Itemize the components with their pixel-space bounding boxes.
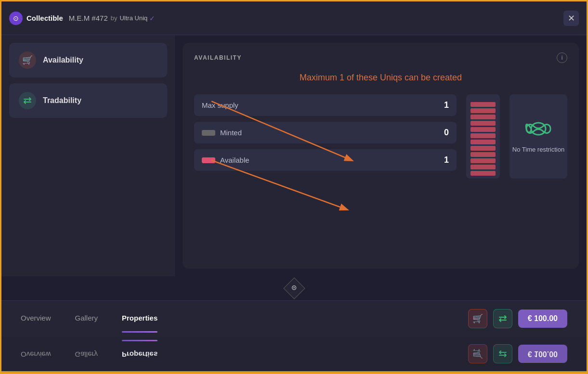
bar-12 xyxy=(470,171,496,176)
stat-row-available: Available 1 xyxy=(194,149,457,171)
main-content: 🛒 Availability Tradability AVAILABILITY … xyxy=(1,35,587,276)
verified-badge: ✓ xyxy=(149,14,155,22)
tradability-icon xyxy=(19,92,36,109)
nft-name: M.E.M #472 xyxy=(69,14,108,22)
creator-name: Ultra Uniq xyxy=(119,14,147,22)
tab-gallery[interactable]: Gallery xyxy=(75,314,98,324)
nav-tabs: Overview Gallery Properties xyxy=(21,314,468,324)
collectible-label: Collectible xyxy=(26,14,63,22)
nav-actions: 🛒 € 100.00 xyxy=(468,309,567,328)
panel-title: AVAILABILITY xyxy=(194,54,242,61)
by-text: by xyxy=(111,14,118,22)
reflection-tab-gallery: Gallery xyxy=(75,349,98,359)
time-area: No Time restriction xyxy=(510,94,567,179)
reflection-price-button: € 100.00 xyxy=(518,345,567,363)
infinity-icon xyxy=(524,120,553,140)
stat-label-available: Available xyxy=(220,156,439,164)
reflection-exchange-button xyxy=(493,344,512,363)
reflection-tab-overview: Overview xyxy=(21,349,51,359)
cart-button[interactable]: 🛒 xyxy=(468,309,487,328)
exchange-button[interactable] xyxy=(493,309,512,328)
bar-9 xyxy=(470,152,496,157)
sidebar: 🛒 Availability Tradability xyxy=(1,35,175,276)
bar-2 xyxy=(470,108,496,113)
reflection-cart-button: 🛒 xyxy=(468,344,487,363)
diamond-icon xyxy=(283,277,305,299)
bar-10 xyxy=(470,158,496,163)
reflection-nav-actions: 🛒 € 100.00 xyxy=(468,344,567,363)
bar-3 xyxy=(470,115,496,119)
stat-row-max-supply: Max supply 1 xyxy=(194,94,457,116)
bar-11 xyxy=(470,165,496,169)
availability-icon: 🛒 xyxy=(19,52,36,69)
bottom-nav: Overview Gallery Properties 🛒 € 100.00 xyxy=(1,300,587,336)
stat-label-minted: Minted xyxy=(220,129,439,137)
center-divider xyxy=(1,276,587,300)
stats-list: Max supply 1 Minted 0 Available 1 xyxy=(194,94,457,171)
stat-value-minted: 0 xyxy=(444,128,449,138)
bar-8 xyxy=(470,146,496,151)
bar-7 xyxy=(470,140,496,144)
bottom-reflection: Overview Gallery Properties 🛒 € 100.00 xyxy=(1,336,587,373)
minted-color-dot xyxy=(202,130,215,136)
sidebar-item-tradability[interactable]: Tradability xyxy=(9,83,167,118)
tab-properties[interactable]: Properties xyxy=(122,314,157,324)
bar-5 xyxy=(470,127,496,132)
svg-point-2 xyxy=(293,287,295,288)
tab-overview[interactable]: Overview xyxy=(21,314,51,324)
available-color-dot xyxy=(202,157,215,163)
stat-value-available: 1 xyxy=(444,155,449,165)
app-header: ⊙ Collectible M.E.M #472 by Ultra Uniq ✓… xyxy=(1,1,587,35)
stat-label-max-supply: Max supply xyxy=(202,101,439,109)
reflection-tab-properties: Properties xyxy=(122,349,157,359)
panel-header: AVAILABILITY i xyxy=(194,52,567,63)
app-logo: ⊙ xyxy=(9,12,23,25)
close-button[interactable]: ✕ xyxy=(563,11,579,26)
diamond-inner xyxy=(291,284,298,293)
bar-6 xyxy=(470,133,496,138)
max-note: Maximum 1 of these Uniqs can be created xyxy=(194,73,567,83)
sidebar-item-availability[interactable]: 🛒 Availability xyxy=(9,43,167,77)
tradability-label: Tradability xyxy=(43,96,81,105)
bar-1 xyxy=(470,102,496,107)
price-button[interactable]: € 100.00 xyxy=(518,310,567,328)
reflection-nav-tabs: Overview Gallery Properties xyxy=(21,349,468,359)
stat-row-minted: Minted 0 xyxy=(194,122,457,143)
bar-chart xyxy=(466,94,500,179)
info-button[interactable]: i xyxy=(557,52,567,63)
stats-and-chart: Max supply 1 Minted 0 Available 1 xyxy=(194,94,567,179)
availability-panel: AVAILABILITY i Maximum 1 of these Uniqs … xyxy=(183,43,579,269)
bar-4 xyxy=(470,121,496,126)
time-label: No Time restriction xyxy=(512,146,564,153)
stat-value-max-supply: 1 xyxy=(444,100,449,110)
availability-label: Availability xyxy=(43,56,83,64)
